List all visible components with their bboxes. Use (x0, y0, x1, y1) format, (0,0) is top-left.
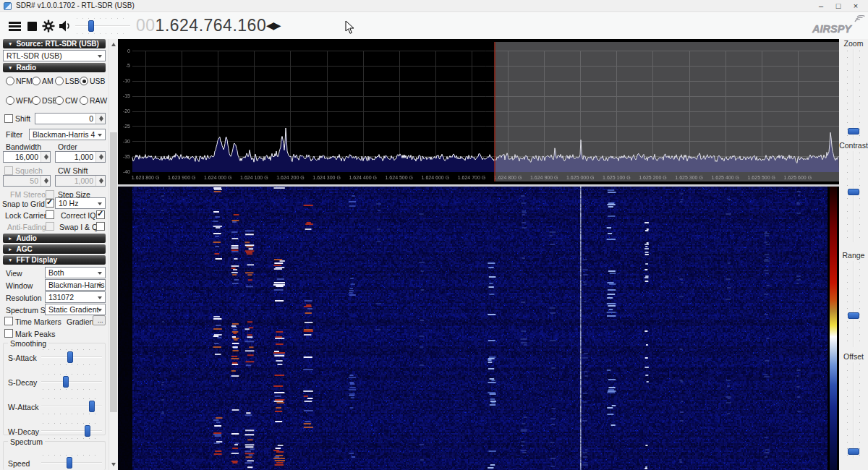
minimize-button[interactable]: – (813, 0, 829, 12)
toolbar: 001.624.764.160 ◀▶ (0, 12, 868, 39)
chevron-down-icon (98, 296, 102, 299)
correct-iq-checkbox[interactable] (96, 210, 105, 219)
mode-radio-wfm[interactable] (6, 96, 14, 105)
squelch-checkbox[interactable] (4, 166, 13, 175)
maximize-button[interactable]: □ (830, 0, 846, 12)
scrollbar-thumb[interactable] (110, 132, 117, 412)
mode-radio-am[interactable] (32, 77, 41, 85)
offset-slider-thumb[interactable] (848, 448, 859, 455)
time-markers-checkbox[interactable] (4, 317, 13, 325)
frequency-display[interactable]: 001.624.764.160 (136, 16, 266, 35)
offset-label: Offset (839, 352, 868, 361)
w-decay-slider-thumb[interactable] (85, 425, 90, 437)
slider-ticks (859, 262, 860, 346)
panel-header-audio[interactable]: ►Audio (3, 234, 106, 243)
zoom-slider[interactable] (847, 49, 860, 139)
frequency-step-buttons[interactable]: ◀▶ (266, 20, 281, 31)
swap-iq-label: Swap I & Q (59, 223, 98, 231)
panel-header-radio[interactable]: ▼Radio (3, 63, 106, 72)
menu-button[interactable] (6, 17, 23, 35)
order-spinner[interactable]: 1,000 (55, 151, 106, 163)
waterfall-display[interactable] (118, 184, 839, 470)
w-decay-label: W-Decay (8, 427, 39, 436)
s-attack-slider[interactable] (41, 349, 102, 365)
filter-dropdown[interactable]: Blackman-Harris 4 (29, 129, 106, 140)
window-label: Window (6, 281, 33, 290)
panel-header-source[interactable]: ▼Source: RTL-SDR (USB) (3, 39, 106, 48)
lock-carrier-label: Lock Carrier (5, 211, 46, 220)
volume-slider-thumb[interactable] (88, 20, 94, 32)
mode-radio-cw[interactable] (55, 96, 64, 105)
w-decay-slider[interactable] (41, 423, 102, 439)
collapse-arrow-icon: ▼ (8, 255, 12, 265)
slider-ticks (43, 389, 101, 390)
mode-radio-usb[interactable] (80, 77, 88, 85)
view-dropdown[interactable]: Both (45, 267, 106, 278)
mode-radio-nfm[interactable] (6, 77, 14, 85)
spinner-arrows-icon[interactable] (95, 152, 105, 162)
slider-ticks (77, 33, 129, 34)
slider-ticks (847, 262, 848, 346)
resolution-dropdown[interactable]: 131072 (45, 291, 106, 303)
source-device-dropdown[interactable]: RTL-SDR (USB) (3, 50, 106, 61)
range-slider[interactable] (847, 261, 860, 347)
spectrum-style-dropdown[interactable]: Static Gradient (45, 304, 106, 315)
volume-slider[interactable] (75, 18, 130, 34)
s-attack-slider-thumb[interactable] (67, 351, 73, 363)
gear-icon (42, 20, 55, 33)
slider-ticks (43, 374, 101, 375)
step-right-icon[interactable]: ▶ (273, 20, 281, 31)
spinner-arrows-icon[interactable] (41, 152, 50, 162)
zoom-slider-thumb[interactable] (848, 128, 859, 134)
mode-radio-lsb[interactable] (55, 77, 64, 85)
range-slider-thumb[interactable] (848, 312, 859, 319)
order-label: Order (58, 142, 77, 151)
settings-button[interactable] (40, 17, 57, 35)
lock-carrier-checkbox[interactable] (46, 210, 54, 219)
contrast-slider-thumb[interactable] (848, 189, 859, 195)
sidebar-scrollbar[interactable] (109, 39, 118, 470)
scroll-down-icon[interactable] (111, 463, 116, 466)
spinner-arrows-icon[interactable] (95, 114, 105, 124)
slider-track (75, 25, 130, 27)
s-decay-label: S-Decay (8, 378, 37, 387)
offset-slider[interactable] (847, 362, 860, 458)
anti-fading-checkbox[interactable] (46, 222, 54, 231)
slider-track (41, 430, 102, 432)
mode-radio-dsb[interactable] (32, 96, 41, 105)
snap-to-grid-checkbox[interactable] (46, 199, 54, 208)
stop-button[interactable] (23, 17, 41, 35)
contrast-label: Contrast (839, 141, 868, 150)
spectrum-display[interactable] (118, 39, 839, 184)
close-button[interactable]: × (848, 0, 864, 12)
gradient-edit-button[interactable]: ... (93, 315, 106, 325)
swap-iq-checkbox[interactable] (96, 222, 105, 231)
smoothing-group: Smoothing S-Attack S-Decay W-Attack W-De… (3, 343, 106, 435)
window-dropdown[interactable]: Blackman-Harris 4 (45, 279, 106, 291)
speed-slider-thumb[interactable] (67, 457, 72, 469)
s-decay-slider-thumb[interactable] (63, 376, 69, 388)
panel-header-fft-display[interactable]: ▼FFT Display (3, 255, 106, 265)
s-decay-slider[interactable] (41, 374, 102, 390)
speed-slider[interactable] (41, 455, 102, 470)
step-size-dropdown[interactable]: 10 Hz (55, 197, 106, 209)
mark-peaks-checkbox[interactable] (4, 329, 13, 338)
app-icon (4, 2, 12, 10)
shift-checkbox[interactable] (4, 114, 13, 123)
scroll-up-icon[interactable] (111, 43, 116, 46)
bandwidth-spinner[interactable]: 16,000 (3, 151, 51, 163)
panel-header-agc[interactable]: ►AGC (3, 244, 106, 254)
shift-spinner[interactable]: 0 (35, 113, 106, 124)
contrast-slider[interactable] (847, 151, 860, 242)
frequency-leading-zeros: 00 (136, 16, 156, 35)
sdrsharp-window: SDR# v1.0.0.1702 - RTL-SDR (USB) – □ × (0, 0, 868, 470)
fm-stereo-label: FM Stereo (10, 190, 46, 199)
mode-radio-raw[interactable] (80, 96, 88, 105)
mode-label: AM (42, 77, 54, 85)
w-attack-slider-thumb[interactable] (89, 401, 95, 412)
w-attack-slider[interactable] (41, 398, 102, 414)
step-left-icon[interactable]: ◀ (266, 20, 273, 31)
audio-mute-button[interactable] (56, 17, 74, 35)
s-attack-label: S-Attack (8, 354, 37, 362)
squelch-spinner: 50 (3, 175, 51, 187)
